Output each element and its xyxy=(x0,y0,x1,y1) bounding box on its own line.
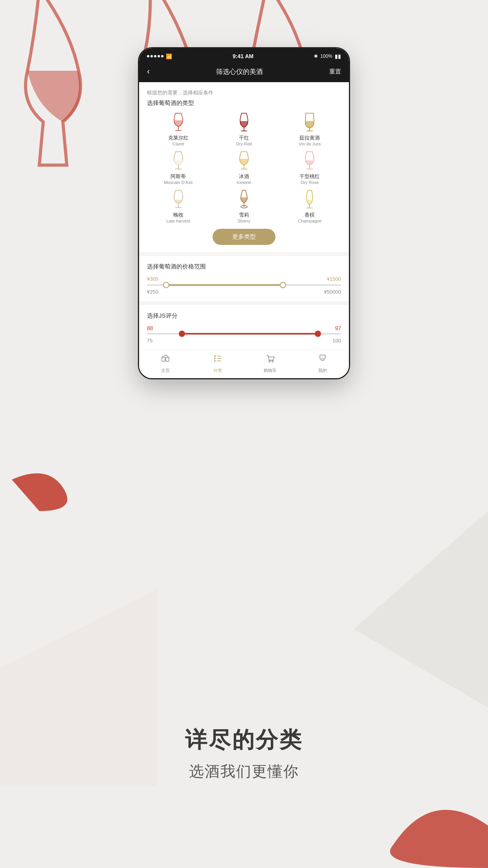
price-max-label: ¥1500 xyxy=(327,276,341,282)
promo-section: 详尽的分类 选酒我们更懂你 xyxy=(0,725,488,782)
score-range-labels: 88 97 xyxy=(147,325,341,331)
wine-en-moscato: Moscato D'Asti xyxy=(164,180,193,185)
battery-text: 100% xyxy=(320,53,332,59)
wine-item-claret[interactable]: 克莱尔红 Claret xyxy=(147,112,209,146)
tab-home[interactable]: 主页 xyxy=(154,353,177,373)
score-slider-fill xyxy=(182,333,318,335)
wine-cn-sherry: 雪莉 xyxy=(239,211,249,219)
status-left: 📶 xyxy=(147,53,172,59)
back-button[interactable]: ‹ xyxy=(147,66,150,77)
price-bounds: ¥250 ¥50000 xyxy=(147,289,341,295)
price-slider-right-thumb[interactable] xyxy=(280,282,286,288)
wine-cn-champagne: 香槟 xyxy=(305,211,315,219)
wine-en-sherry: Sherry xyxy=(238,219,250,223)
svg-marker-0 xyxy=(354,511,488,708)
wine-type-title: 选择葡萄酒的类型 xyxy=(147,99,341,107)
wine-item-rose[interactable]: 干型桃红 Dry Rose xyxy=(279,151,341,185)
signal-dots xyxy=(147,55,163,57)
battery-icon: ▮▮ xyxy=(335,53,341,59)
nav-bar: ‹ 筛选心仪的美酒 重置 xyxy=(139,63,349,82)
tab-category[interactable]: 分类 xyxy=(206,353,229,373)
wine-type-section: 根据您的需要，选择相应条件 选择葡萄酒的类型 克莱尔红 Claret xyxy=(139,82,349,252)
svg-point-28 xyxy=(269,360,270,362)
hint-text: 根据您的需要，选择相应条件 xyxy=(147,89,341,96)
score-section: 选择JS评分 88 97 75 100 xyxy=(139,305,349,350)
bluetooth-icon: ✱ xyxy=(314,53,318,59)
score-max-label: 97 xyxy=(335,325,341,331)
status-right: ✱ 100% ▮▮ xyxy=(314,53,341,59)
price-section: 选择葡萄酒的价格范围 ¥300 ¥1500 ¥250 ¥50000 xyxy=(139,256,349,301)
price-min-bound: ¥250 xyxy=(147,289,158,295)
reset-button[interactable]: 重置 xyxy=(329,68,341,75)
promo-subtitle: 选酒我们更懂你 xyxy=(0,761,488,782)
status-bar: 📶 9:41 AM ✱ 100% ▮▮ xyxy=(139,48,349,63)
wine-en-rose: Dry Rose xyxy=(301,180,319,185)
wine-en-late-harvest: Late harvest xyxy=(166,219,190,223)
wine-cn-dry-red: 干红 xyxy=(239,134,249,142)
wine-en-jura: Vin de Jura xyxy=(299,142,321,146)
status-time: 9:41 AM xyxy=(233,53,253,59)
wifi-icon: 📶 xyxy=(166,53,172,59)
price-title: 选择葡萄酒的价格范围 xyxy=(147,263,341,270)
tab-bar: 主页 分类 xyxy=(139,350,349,378)
wine-cn-jura: 茹拉黄酒 xyxy=(299,134,320,142)
svg-point-24 xyxy=(214,358,216,359)
score-slider-track[interactable] xyxy=(147,333,341,335)
price-slider-left-thumb[interactable] xyxy=(163,282,169,288)
promo-title: 详尽的分类 xyxy=(0,725,488,755)
score-min-bound: 75 xyxy=(147,338,152,344)
price-slider-fill xyxy=(166,284,283,286)
tab-cart[interactable]: 购物车 xyxy=(259,353,282,373)
wine-cn-icewine: 冰酒 xyxy=(239,173,249,180)
score-slider-left-thumb[interactable] xyxy=(179,331,185,337)
phone-frame: 📶 9:41 AM ✱ 100% ▮▮ ‹ 筛选心仪的美酒 重置 根据您的需要，… xyxy=(138,47,350,379)
category-icon xyxy=(213,353,223,366)
wine-cn-rose: 干型桃红 xyxy=(299,173,320,180)
page-title: 筛选心仪的美酒 xyxy=(216,67,263,76)
wine-en-icewine: Icewine xyxy=(237,180,251,185)
svg-point-29 xyxy=(272,360,273,362)
wine-item-dry-red[interactable]: 干红 Dry Red xyxy=(213,112,275,146)
price-min-label: ¥300 xyxy=(147,276,158,282)
wine-item-icewine[interactable]: 冰酒 Icewine xyxy=(213,151,275,185)
wine-item-moscato[interactable]: 阿斯蒂 Moscato D'Asti xyxy=(147,151,209,185)
score-bounds: 75 100 xyxy=(147,338,341,344)
score-max-bound: 100 xyxy=(332,338,341,344)
svg-point-22 xyxy=(214,355,216,357)
wine-en-champagne: Champagne xyxy=(298,219,321,223)
score-min-label: 88 xyxy=(147,325,153,331)
home-icon xyxy=(160,353,171,366)
wine-cn-late-harvest: 晚收 xyxy=(173,211,183,219)
tab-home-label: 主页 xyxy=(161,368,170,373)
tab-cart-label: 购物车 xyxy=(264,368,277,373)
cart-icon xyxy=(265,353,275,366)
wine-cn-moscato: 阿斯蒂 xyxy=(171,173,186,180)
wine-item-jura[interactable]: 茹拉黄酒 Vin de Jura xyxy=(279,112,341,146)
person-icon xyxy=(317,353,328,366)
price-slider-track[interactable] xyxy=(147,284,341,286)
svg-rect-21 xyxy=(166,357,169,361)
wine-type-grid: 克莱尔红 Claret 干红 Dry Red xyxy=(147,112,341,223)
more-types-button[interactable]: 更多类型 xyxy=(213,229,275,245)
wine-item-sherry[interactable]: 雪莉 Sherry xyxy=(213,189,275,223)
wine-cn-claret: 克莱尔红 xyxy=(168,134,189,142)
wine-item-champagne[interactable]: 香槟 Champagne xyxy=(279,189,341,223)
wine-en-claret: Claret xyxy=(172,142,184,146)
tab-category-label: 分类 xyxy=(213,368,222,373)
content-area: 根据您的需要，选择相应条件 选择葡萄酒的类型 克莱尔红 Claret xyxy=(139,82,349,378)
score-title: 选择JS评分 xyxy=(147,312,341,320)
price-max-bound: ¥50000 xyxy=(324,289,341,295)
wine-item-late-harvest[interactable]: 晚收 Late harvest xyxy=(147,189,209,223)
score-slider-right-thumb[interactable] xyxy=(315,331,321,337)
svg-rect-20 xyxy=(162,357,165,361)
price-range-labels: ¥300 ¥1500 xyxy=(147,276,341,282)
tab-mine-label: 我的 xyxy=(318,368,327,373)
wine-en-dry-red: Dry Red xyxy=(236,142,252,146)
tab-mine[interactable]: 我的 xyxy=(311,353,334,373)
svg-point-26 xyxy=(214,360,216,362)
